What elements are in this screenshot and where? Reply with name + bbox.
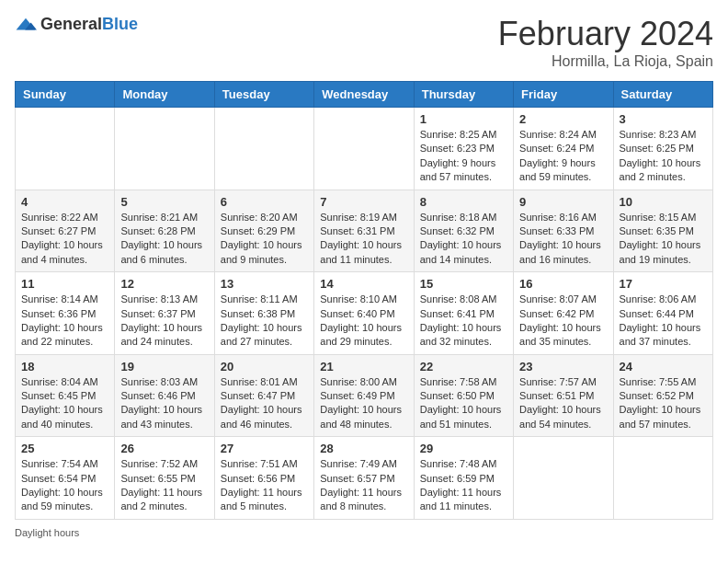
day-header-saturday: Saturday bbox=[613, 82, 712, 108]
day-number: 4 bbox=[21, 195, 108, 209]
day-info: Sunrise: 8:21 AM Sunset: 6:28 PM Dayligh… bbox=[120, 211, 208, 268]
calendar-cell: 12Sunrise: 8:13 AM Sunset: 6:37 PM Dayli… bbox=[115, 272, 214, 355]
calendar-cell bbox=[514, 437, 613, 520]
calendar-cell: 8Sunrise: 8:18 AM Sunset: 6:32 PM Daylig… bbox=[414, 190, 513, 272]
day-number: 3 bbox=[620, 112, 707, 126]
day-number: 8 bbox=[420, 195, 507, 209]
calendar-cell: 4Sunrise: 8:22 AM Sunset: 6:27 PM Daylig… bbox=[16, 190, 115, 272]
calendar-cell: 27Sunrise: 7:51 AM Sunset: 6:56 PM Dayli… bbox=[214, 437, 313, 520]
day-number: 29 bbox=[420, 442, 507, 455]
logo-blue-text: Blue bbox=[102, 15, 138, 33]
day-info: Sunrise: 8:25 AM Sunset: 6:23 PM Dayligh… bbox=[420, 128, 507, 185]
day-info: Sunrise: 8:23 AM Sunset: 6:25 PM Dayligh… bbox=[620, 128, 707, 185]
day-number: 23 bbox=[519, 360, 607, 373]
calendar-week-2: 4Sunrise: 8:22 AM Sunset: 6:27 PM Daylig… bbox=[16, 190, 713, 272]
calendar-cell: 21Sunrise: 8:00 AM Sunset: 6:49 PM Dayli… bbox=[314, 354, 414, 437]
calendar-title: February 2024 bbox=[498, 15, 713, 53]
day-info: Sunrise: 8:01 AM Sunset: 6:47 PM Dayligh… bbox=[221, 375, 308, 432]
day-header-monday: Monday bbox=[115, 82, 214, 108]
day-header-friday: Friday bbox=[514, 82, 613, 108]
day-number: 21 bbox=[320, 360, 407, 373]
calendar-cell: 5Sunrise: 8:21 AM Sunset: 6:28 PM Daylig… bbox=[115, 190, 214, 272]
calendar-cell bbox=[613, 437, 712, 520]
calendar-week-1: 1Sunrise: 8:25 AM Sunset: 6:23 PM Daylig… bbox=[16, 108, 713, 190]
day-info: Sunrise: 7:49 AM Sunset: 6:57 PM Dayligh… bbox=[320, 457, 407, 514]
calendar-cell: 7Sunrise: 8:19 AM Sunset: 6:31 PM Daylig… bbox=[314, 190, 414, 272]
calendar-cell: 16Sunrise: 8:07 AM Sunset: 6:42 PM Dayli… bbox=[514, 272, 613, 355]
day-number: 5 bbox=[120, 195, 208, 209]
day-number: 9 bbox=[519, 195, 607, 209]
day-number: 20 bbox=[221, 360, 308, 373]
calendar-cell: 10Sunrise: 8:15 AM Sunset: 6:35 PM Dayli… bbox=[613, 190, 712, 272]
calendar-cell: 22Sunrise: 7:58 AM Sunset: 6:50 PM Dayli… bbox=[414, 354, 513, 437]
day-number: 28 bbox=[320, 442, 407, 455]
page-header: GeneralBlue February 2024 Hormilla, La R… bbox=[15, 15, 713, 70]
calendar-cell: 26Sunrise: 7:52 AM Sunset: 6:55 PM Dayli… bbox=[115, 437, 214, 520]
daylight-label: Daylight hours bbox=[15, 527, 79, 538]
logo-icon bbox=[15, 17, 37, 33]
day-number: 27 bbox=[221, 442, 308, 455]
calendar-cell: 24Sunrise: 7:55 AM Sunset: 6:52 PM Dayli… bbox=[613, 354, 712, 437]
day-header-wednesday: Wednesday bbox=[314, 82, 414, 108]
day-info: Sunrise: 8:04 AM Sunset: 6:45 PM Dayligh… bbox=[21, 375, 108, 432]
day-info: Sunrise: 8:13 AM Sunset: 6:37 PM Dayligh… bbox=[120, 293, 208, 350]
day-number: 11 bbox=[21, 277, 108, 291]
day-info: Sunrise: 8:14 AM Sunset: 6:36 PM Dayligh… bbox=[21, 293, 108, 350]
day-header-tuesday: Tuesday bbox=[214, 82, 313, 108]
day-info: Sunrise: 8:15 AM Sunset: 6:35 PM Dayligh… bbox=[620, 211, 707, 268]
calendar-cell: 17Sunrise: 8:06 AM Sunset: 6:44 PM Dayli… bbox=[613, 272, 712, 355]
day-info: Sunrise: 8:11 AM Sunset: 6:38 PM Dayligh… bbox=[221, 293, 308, 350]
calendar-cell: 28Sunrise: 7:49 AM Sunset: 6:57 PM Dayli… bbox=[314, 437, 414, 520]
calendar-cell bbox=[16, 108, 115, 190]
calendar-cell: 15Sunrise: 8:08 AM Sunset: 6:41 PM Dayli… bbox=[414, 272, 513, 355]
day-number: 10 bbox=[620, 195, 707, 209]
calendar-cell: 29Sunrise: 7:48 AM Sunset: 6:59 PM Dayli… bbox=[414, 437, 513, 520]
day-info: Sunrise: 8:10 AM Sunset: 6:40 PM Dayligh… bbox=[320, 293, 407, 350]
calendar-cell: 1Sunrise: 8:25 AM Sunset: 6:23 PM Daylig… bbox=[414, 108, 513, 190]
day-info: Sunrise: 8:19 AM Sunset: 6:31 PM Dayligh… bbox=[320, 211, 407, 268]
title-block: February 2024 Hormilla, La Rioja, Spain bbox=[498, 15, 713, 70]
logo: GeneralBlue bbox=[15, 15, 138, 34]
calendar-cell: 6Sunrise: 8:20 AM Sunset: 6:29 PM Daylig… bbox=[214, 190, 313, 272]
calendar-location: Hormilla, La Rioja, Spain bbox=[498, 53, 713, 70]
day-info: Sunrise: 8:06 AM Sunset: 6:44 PM Dayligh… bbox=[620, 293, 707, 350]
day-info: Sunrise: 8:20 AM Sunset: 6:29 PM Dayligh… bbox=[221, 211, 308, 268]
calendar-cell: 18Sunrise: 8:04 AM Sunset: 6:45 PM Dayli… bbox=[16, 354, 115, 437]
day-number: 14 bbox=[320, 277, 407, 291]
day-info: Sunrise: 7:48 AM Sunset: 6:59 PM Dayligh… bbox=[420, 457, 507, 514]
day-info: Sunrise: 7:54 AM Sunset: 6:54 PM Dayligh… bbox=[21, 457, 108, 514]
logo-general-text: General bbox=[40, 15, 102, 33]
day-info: Sunrise: 7:51 AM Sunset: 6:56 PM Dayligh… bbox=[221, 457, 308, 514]
footer: Daylight hours bbox=[15, 527, 713, 538]
day-info: Sunrise: 8:24 AM Sunset: 6:24 PM Dayligh… bbox=[519, 128, 607, 185]
day-number: 2 bbox=[519, 112, 607, 126]
calendar-table: SundayMondayTuesdayWednesdayThursdayFrid… bbox=[15, 81, 713, 520]
calendar-cell: 3Sunrise: 8:23 AM Sunset: 6:25 PM Daylig… bbox=[613, 108, 712, 190]
day-number: 15 bbox=[420, 277, 507, 291]
day-number: 6 bbox=[221, 195, 308, 209]
day-number: 17 bbox=[620, 277, 707, 291]
calendar-week-4: 18Sunrise: 8:04 AM Sunset: 6:45 PM Dayli… bbox=[16, 354, 713, 437]
day-info: Sunrise: 7:58 AM Sunset: 6:50 PM Dayligh… bbox=[420, 375, 507, 432]
calendar-week-3: 11Sunrise: 8:14 AM Sunset: 6:36 PM Dayli… bbox=[16, 272, 713, 355]
calendar-cell bbox=[314, 108, 414, 190]
day-number: 19 bbox=[120, 360, 208, 373]
day-number: 13 bbox=[221, 277, 308, 291]
day-number: 12 bbox=[120, 277, 208, 291]
day-info: Sunrise: 8:08 AM Sunset: 6:41 PM Dayligh… bbox=[420, 293, 507, 350]
day-number: 16 bbox=[519, 277, 607, 291]
day-number: 18 bbox=[21, 360, 108, 373]
day-info: Sunrise: 8:00 AM Sunset: 6:49 PM Dayligh… bbox=[320, 375, 407, 432]
calendar-cell: 9Sunrise: 8:16 AM Sunset: 6:33 PM Daylig… bbox=[514, 190, 613, 272]
day-info: Sunrise: 7:55 AM Sunset: 6:52 PM Dayligh… bbox=[620, 375, 707, 432]
calendar-cell bbox=[214, 108, 313, 190]
calendar-cell: 19Sunrise: 8:03 AM Sunset: 6:46 PM Dayli… bbox=[115, 354, 214, 437]
calendar-cell: 25Sunrise: 7:54 AM Sunset: 6:54 PM Dayli… bbox=[16, 437, 115, 520]
day-number: 24 bbox=[620, 360, 707, 373]
day-info: Sunrise: 7:52 AM Sunset: 6:55 PM Dayligh… bbox=[120, 457, 208, 514]
day-number: 26 bbox=[120, 442, 208, 455]
day-header-thursday: Thursday bbox=[414, 82, 513, 108]
day-info: Sunrise: 8:18 AM Sunset: 6:32 PM Dayligh… bbox=[420, 211, 507, 268]
calendar-header-row: SundayMondayTuesdayWednesdayThursdayFrid… bbox=[16, 82, 713, 108]
day-info: Sunrise: 8:03 AM Sunset: 6:46 PM Dayligh… bbox=[120, 375, 208, 432]
